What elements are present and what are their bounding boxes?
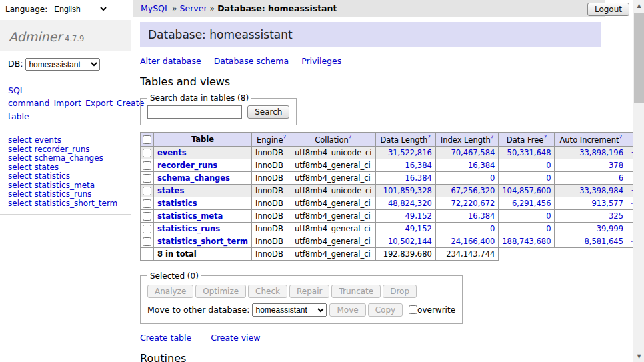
row-checkbox-statistics-runs[interactable] xyxy=(143,225,151,233)
link-create-table[interactable]: Create table xyxy=(140,333,191,343)
db-select[interactable]: homeassistant xyxy=(25,58,100,71)
copy-button[interactable]: Copy xyxy=(368,303,403,317)
auto-increment-cell: 33,398,984 xyxy=(555,184,627,197)
doc-help-icon[interactable]: ? xyxy=(349,134,352,141)
data-length-cell: 101,859,328 xyxy=(375,184,435,197)
auto-increment-cell: 325 xyxy=(555,209,627,222)
move-db-select[interactable]: homeassistant xyxy=(252,303,327,317)
data-length-cell: 49,152 xyxy=(375,222,435,235)
move-row: Move to other database:homeassistantMove… xyxy=(147,303,455,317)
collation-cell: utf8mb4_general_ci xyxy=(291,209,375,222)
truncate-button[interactable]: Truncate xyxy=(331,285,381,298)
row-checkbox-recorder-runs[interactable] xyxy=(143,161,151,170)
doc-help-icon[interactable]: ? xyxy=(427,134,431,141)
doc-help-icon[interactable]: ? xyxy=(283,134,286,141)
table-link-states[interactable]: states xyxy=(157,186,184,195)
link-create-view[interactable]: Create view xyxy=(211,333,260,343)
select-all-checkbox[interactable] xyxy=(143,135,151,144)
sidebar-table-link-select-statistics[interactable]: select statistics xyxy=(8,172,123,181)
engine-cell: InnoDB xyxy=(252,197,291,209)
rows-cell: ~ 299,833 xyxy=(627,184,633,197)
sidebar-actions: SQL commandImportExportCreate table xyxy=(0,77,131,129)
drop-button[interactable]: Drop xyxy=(383,285,417,298)
doc-help-icon[interactable]: ? xyxy=(491,134,494,141)
db-link-privileges[interactable]: Privileges xyxy=(301,56,341,66)
logout-button[interactable]: Logout xyxy=(587,3,629,16)
auto-increment-cell: 6 xyxy=(555,171,627,184)
table-link-statistics-meta[interactable]: statistics_meta xyxy=(157,211,223,221)
overwrite-label: overwrite xyxy=(417,305,455,315)
sidebar-tables: select eventsselect recorder_runsselect … xyxy=(0,129,131,215)
app-version: 4.7.9 xyxy=(65,34,84,43)
table-name-cell: statistics_short_term xyxy=(154,235,252,247)
row-checkbox-statistics-short-term[interactable] xyxy=(143,237,151,246)
checkbox-cell xyxy=(141,184,154,197)
checkbox-cell xyxy=(141,235,154,247)
totals-collation: utf8mb4_general_ci xyxy=(291,247,375,260)
doc-help-icon[interactable]: ? xyxy=(619,134,622,141)
doc-help-icon[interactable]: ? xyxy=(543,134,547,141)
totals-data-length: 192,839,680 xyxy=(375,247,435,260)
repair-button[interactable]: Repair xyxy=(289,285,329,298)
section-routines: Routines xyxy=(140,352,633,362)
overwrite-checkbox[interactable] xyxy=(409,305,417,314)
language-bar: Language:English xyxy=(0,0,133,17)
table-link-statistics-runs[interactable]: statistics_runs xyxy=(157,224,220,233)
data-free-cell: 0 xyxy=(499,159,555,171)
table-row-statistics-meta: statistics_metaInnoDButf8mb4_general_ci4… xyxy=(141,209,633,222)
table-name-cell: states xyxy=(154,184,252,197)
sidebar-link-sql-command[interactable]: SQL command xyxy=(8,85,49,108)
row-checkbox-statistics-meta[interactable] xyxy=(143,212,151,221)
db-link-alter-database[interactable]: Alter database xyxy=(140,56,201,66)
search-button[interactable]: Search xyxy=(247,105,289,119)
checkbox-cell xyxy=(141,209,154,222)
table-link-events[interactable]: events xyxy=(157,148,187,157)
table-link-statistics[interactable]: statistics xyxy=(157,199,197,208)
create-links: Create tableCreate view xyxy=(140,333,633,343)
language-label: Language: xyxy=(5,5,47,14)
optimize-button[interactable]: Optimize xyxy=(195,285,246,298)
move-button[interactable]: Move xyxy=(329,303,365,317)
row-checkbox-schema-changes[interactable] xyxy=(143,174,151,183)
analyze-button[interactable]: Analyze xyxy=(147,285,193,298)
search-input[interactable] xyxy=(147,105,242,119)
table-header-row: TableEngine?Collation?Data Length?Index … xyxy=(141,133,633,147)
search-fieldset: Search data in tables (8) Search xyxy=(140,93,297,125)
sidebar-table-link-select-schema-changes[interactable]: select schema_changes xyxy=(8,154,123,163)
table-link-recorder-runs[interactable]: recorder_runs xyxy=(157,161,217,170)
col-header-table: Table xyxy=(154,133,252,147)
row-checkbox-events[interactable] xyxy=(143,149,151,157)
auto-increment-cell: 33,898,196 xyxy=(555,146,627,159)
sidebar-table-link-select-statistics-short-term[interactable]: select statistics_short_term xyxy=(8,199,123,209)
check-button[interactable]: Check xyxy=(248,285,287,298)
sidebar-table-link-select-recorder-runs[interactable]: select recorder_runs xyxy=(8,145,123,155)
col-header-rows: Rows? xyxy=(627,133,633,147)
sidebar-table-link-select-statistics-runs[interactable]: select statistics_runs xyxy=(8,190,123,199)
sidebar-link-export[interactable]: Export xyxy=(85,98,113,108)
search-legend: Search data in tables (8) xyxy=(147,93,251,103)
table-link-schema-changes[interactable]: schema_changes xyxy=(157,173,230,183)
breadcrumb-separator: » xyxy=(172,3,177,13)
scrollbar-thumb[interactable] xyxy=(634,13,644,103)
breadcrumb-link-mysql[interactable]: MySQL xyxy=(141,3,169,13)
row-checkbox-states[interactable] xyxy=(143,187,151,195)
db-link-database-schema[interactable]: Database schema xyxy=(214,56,289,66)
sidebar-table-link-select-statistics-meta[interactable]: select statistics_meta xyxy=(8,181,123,191)
data-free-cell: 0 xyxy=(499,171,555,184)
collation-cell: utf8mb4_general_ci xyxy=(291,159,375,171)
vertical-scrollbar[interactable]: ▲ ▼ xyxy=(633,0,644,362)
row-checkbox-statistics[interactable] xyxy=(143,199,151,208)
language-select[interactable]: English xyxy=(51,3,109,15)
breadcrumb-link-server[interactable]: Server xyxy=(180,3,207,13)
sidebar: Adminer4.7.9 DB:homeassistant SQL comman… xyxy=(0,17,131,362)
checkbox-cell xyxy=(141,222,154,235)
sidebar-table-link-select-states[interactable]: select states xyxy=(8,163,123,173)
collation-cell: utf8mb4_general_ci xyxy=(291,197,375,209)
sidebar-table-link-select-events[interactable]: select events xyxy=(8,136,123,145)
auto-increment-cell: 913,577 xyxy=(555,197,627,209)
collation-cell: utf8mb4_general_ci xyxy=(291,235,375,247)
table-link-statistics-short-term[interactable]: statistics_short_term xyxy=(157,237,248,246)
scroll-up-icon[interactable]: ▲ xyxy=(633,0,644,11)
sidebar-link-import[interactable]: Import xyxy=(53,98,81,108)
scroll-down-icon[interactable]: ▼ xyxy=(633,351,644,362)
